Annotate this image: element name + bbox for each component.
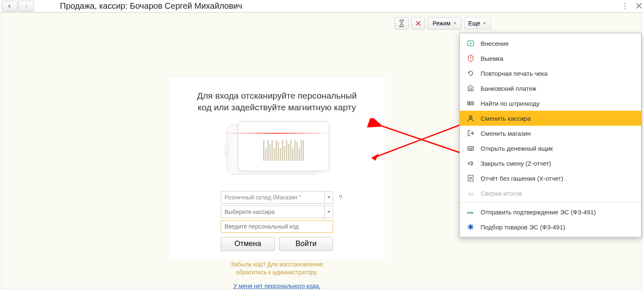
- menu-item-label: Отчёт без гашения (X-отчет): [481, 175, 563, 182]
- menu-item-check: Сверка итогов: [460, 186, 641, 201]
- svg-point-4: [470, 42, 471, 44]
- menu-item-label: Найти по штрихкоду: [481, 100, 540, 107]
- window-menu-icon[interactable]: [621, 2, 629, 10]
- menu-item-label: Отправить подтверждение ЭС (ФЗ-491): [481, 209, 596, 216]
- cashier-value[interactable]: [221, 209, 324, 215]
- svg-point-6: [469, 116, 472, 118]
- chevron-down-icon: ▼: [453, 21, 457, 25]
- deposit-icon: [466, 39, 475, 47]
- menu-item-barcode[interactable]: Найти по штрихкоду: [460, 96, 641, 111]
- svg-point-0: [624, 2, 626, 4]
- close-icon[interactable]: [635, 2, 643, 10]
- barcode-icon: [466, 99, 475, 107]
- menu-item-label: Повторная печать чека: [481, 70, 548, 77]
- svg-text:мир: мир: [467, 211, 474, 214]
- scan-card-illustration: [223, 121, 331, 184]
- menu-item-horn[interactable]: Закрыть смену (Z-отчет): [460, 156, 641, 171]
- more-label: Еще: [469, 20, 481, 27]
- no-code-link[interactable]: У меня нет персонального кода.: [233, 283, 320, 289]
- login-heading: Для входа отсканируйте персональный код …: [185, 90, 368, 114]
- svg-point-2: [624, 7, 626, 9]
- warehouse-select[interactable]: [221, 191, 333, 204]
- menu-item-label: Выемка: [481, 55, 503, 62]
- more-dropdown: ВнесениеВыемкаПовторная печать чекаБанко…: [459, 33, 642, 237]
- drawer-icon: [466, 144, 475, 152]
- menu-item-label: Банковский платеж: [481, 85, 536, 92]
- arrow-right-icon: [24, 4, 29, 9]
- withdraw-icon: [466, 54, 475, 62]
- personal-code-input[interactable]: [221, 220, 333, 233]
- login-panel: Для входа отсканируйте персональный код …: [169, 77, 385, 259]
- menu-item-label: Открыть денежный ящик: [481, 145, 553, 152]
- menu-divider: [460, 202, 641, 203]
- user-icon: [466, 114, 475, 122]
- menu-item-label: Внесение: [481, 40, 508, 47]
- hourglass-icon: [398, 20, 405, 27]
- forgot-hint: Забыли код? Для восстановления обратитес…: [169, 261, 385, 276]
- menu-item-deposit[interactable]: Внесение: [460, 36, 641, 51]
- svg-line-11: [375, 121, 471, 157]
- menu-item-mir[interactable]: мирОтправить подтверждение ЭС (ФЗ-491): [460, 204, 641, 219]
- menu-item-withdraw[interactable]: Выемка: [460, 51, 641, 66]
- nav-back-button[interactable]: [2, 1, 17, 12]
- mir-icon: мир: [466, 208, 475, 216]
- svg-point-1: [624, 5, 626, 7]
- menu-item-xreport[interactable]: Отчёт без гашения (X-отчет): [460, 171, 641, 186]
- menu-item-bank[interactable]: Банковский платеж: [460, 81, 641, 96]
- hourglass-button[interactable]: [395, 17, 409, 30]
- menu-item-reprint[interactable]: Повторная печать чека: [460, 66, 641, 81]
- star-icon: [466, 223, 475, 231]
- svg-line-10: [371, 122, 469, 156]
- check-icon: [466, 189, 475, 197]
- more-button[interactable]: Еще ▼: [464, 17, 491, 30]
- mode-button[interactable]: Режим ▼: [428, 17, 461, 30]
- menu-item-exit[interactable]: Сменить магазин: [460, 126, 641, 141]
- x-red-icon: [415, 20, 421, 26]
- menu-item-label: Подбор товаров ЭС (ФЗ-491): [481, 224, 565, 231]
- menu-item-label: Сверка итогов: [481, 190, 522, 197]
- arrow-left-icon: [7, 4, 12, 9]
- menu-item-label: Сменить магазин: [481, 130, 531, 137]
- horn-icon: [466, 159, 475, 167]
- menu-item-drawer[interactable]: Открыть денежный ящик: [460, 141, 641, 156]
- delete-button[interactable]: [411, 17, 425, 30]
- nav-forward-button[interactable]: [18, 1, 34, 12]
- login-button[interactable]: Войти: [279, 237, 333, 251]
- menu-item-star[interactable]: Подбор товаров ЭС (ФЗ-491): [460, 219, 641, 234]
- mode-label: Режим: [432, 20, 450, 27]
- warehouse-value[interactable]: [221, 194, 324, 201]
- help-icon[interactable]: ?: [339, 194, 342, 201]
- warehouse-dropdown-icon[interactable]: [324, 192, 333, 203]
- bank-icon: [466, 84, 475, 92]
- menu-item-user[interactable]: Сменить кассира: [460, 111, 641, 126]
- cancel-button[interactable]: Отмена: [221, 237, 275, 251]
- menu-item-label: Закрыть смену (Z-отчет): [481, 160, 551, 167]
- menu-item-label: Сменить кассира: [481, 115, 530, 122]
- chevron-down-icon: ▼: [483, 21, 486, 25]
- reprint-icon: [466, 69, 475, 77]
- page-title: Продажа, кассир: Бочаров Сергей Михайлов…: [60, 1, 242, 11]
- cashier-dropdown-icon[interactable]: [324, 206, 333, 218]
- exit-icon: [466, 129, 475, 137]
- svg-point-5: [470, 57, 471, 59]
- cashier-select[interactable]: [221, 206, 333, 218]
- xreport-icon: [466, 174, 475, 182]
